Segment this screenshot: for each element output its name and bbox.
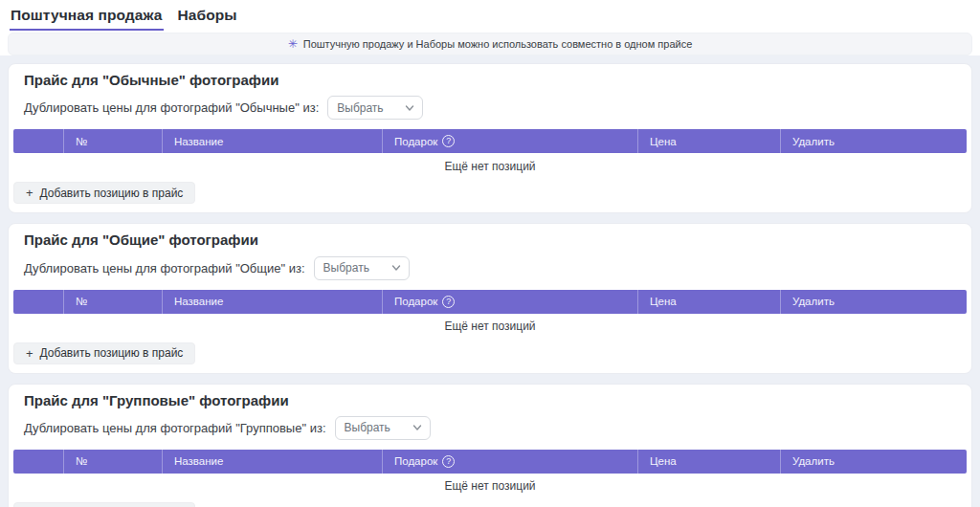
duplicate-source-select[interactable]: Выбрать — [327, 96, 423, 120]
chevron-down-icon — [391, 263, 401, 273]
column-header-name: Название — [162, 129, 382, 153]
column-header-number: № — [63, 129, 162, 153]
column-header-number: № — [63, 290, 162, 314]
info-banner: ✳ Поштучную продажу и Наборы можно испол… — [8, 33, 972, 55]
plus-icon: + — [26, 347, 33, 360]
info-banner-wrap: ✳ Поштучную продажу и Наборы можно испол… — [0, 31, 980, 55]
column-header-delete: Удалить — [780, 290, 967, 314]
column-header-gift-label: Подарок — [394, 455, 437, 467]
price-table: № Название Подарок ? Цена Удалить Ещё не… — [13, 290, 967, 340]
select-value: Выбрать — [323, 261, 369, 275]
tabs: Поштучная продажа Наборы — [10, 5, 980, 31]
add-position-button-label: Добавить позицию в прайс — [40, 187, 184, 200]
add-position-button[interactable]: + Добавить позицию в прайс — [13, 342, 195, 364]
column-header-gift: Подарок ? — [382, 450, 637, 474]
section-title: Прайс для "Обычные" фотографии — [24, 72, 967, 88]
duplicate-prices-label: Дублировать цены для фотографий "Группов… — [24, 421, 326, 435]
price-table-header: № Название Подарок ? Цена Удалить — [13, 290, 967, 314]
column-header-name: Название — [162, 450, 382, 474]
section-title: Прайс для "Групповые" фотографии — [24, 392, 967, 408]
column-header-delete: Удалить — [780, 129, 967, 153]
duplicate-prices-label: Дублировать цены для фотографий "Обычные… — [24, 100, 319, 115]
price-table-header: № Название Подарок ? Цена Удалить — [13, 450, 967, 474]
column-header-gift-label: Подарок — [394, 296, 437, 307]
chevron-down-icon — [412, 423, 422, 432]
column-header-delete: Удалить — [780, 450, 967, 474]
help-icon[interactable]: ? — [442, 455, 455, 468]
help-icon[interactable]: ? — [442, 135, 455, 147]
column-header-price: Цена — [637, 129, 780, 153]
column-header-gift: Подарок ? — [382, 290, 637, 314]
column-header-gift-label: Подарок — [394, 136, 437, 147]
section-title: Прайс для "Общие" фотографии — [24, 231, 967, 248]
column-header-drag — [13, 129, 63, 153]
column-header-number: № — [63, 450, 162, 474]
help-icon[interactable]: ? — [442, 296, 455, 308]
empty-state-text: Ещё нет позиций — [13, 314, 967, 340]
main-content: Прайс для "Обычные" фотографии Дублирова… — [0, 55, 980, 507]
price-section-common: Прайс для "Общие" фотографии Дублировать… — [8, 223, 972, 373]
price-table-header: № Название Подарок ? Цена Удалить — [13, 129, 967, 153]
duplicate-prices-row: Дублировать цены для фотографий "Общие" … — [24, 256, 967, 280]
add-position-button[interactable]: + Добавить позицию в прайс — [13, 502, 195, 507]
tab-sets[interactable]: Наборы — [177, 5, 238, 31]
empty-state-text: Ещё нет позиций — [13, 153, 967, 179]
duplicate-prices-row: Дублировать цены для фотографий "Обычные… — [24, 96, 967, 120]
column-header-drag — [13, 290, 63, 314]
column-header-gift: Подарок ? — [382, 129, 637, 153]
top-tab-bar: Поштучная продажа Наборы — [0, 0, 980, 31]
price-table: № Название Подарок ? Цена Удалить Ещё не… — [13, 450, 967, 499]
select-value: Выбрать — [345, 421, 390, 434]
duplicate-source-select[interactable]: Выбрать — [314, 256, 410, 280]
price-table: № Название Подарок ? Цена Удалить Ещё не… — [13, 129, 967, 179]
column-header-price: Цена — [637, 450, 780, 474]
empty-state-text: Ещё нет позиций — [13, 474, 967, 499]
add-position-button[interactable]: + Добавить позицию в прайс — [13, 182, 195, 204]
price-section-regular: Прайс для "Обычные" фотографии Дублирова… — [8, 63, 972, 213]
info-banner-text: Поштучную продажу и Наборы можно использ… — [303, 38, 693, 50]
column-header-name: Название — [162, 290, 382, 314]
duplicate-prices-row: Дублировать цены для фотографий "Группов… — [24, 416, 967, 440]
column-header-drag — [13, 450, 63, 474]
select-value: Выбрать — [337, 101, 383, 115]
chevron-down-icon — [405, 103, 414, 113]
column-header-price: Цена — [637, 290, 780, 314]
sparkle-icon: ✳ — [288, 38, 298, 50]
plus-icon: + — [26, 187, 33, 199]
duplicate-prices-label: Дублировать цены для фотографий "Общие" … — [24, 261, 305, 276]
tab-per-item-sale[interactable]: Поштучная продажа — [10, 5, 164, 31]
price-section-group: Прайс для "Групповые" фотографии Дублиро… — [8, 384, 972, 507]
duplicate-source-select[interactable]: Выбрать — [335, 416, 431, 440]
add-position-button-label: Добавить позицию в прайс — [40, 346, 184, 360]
